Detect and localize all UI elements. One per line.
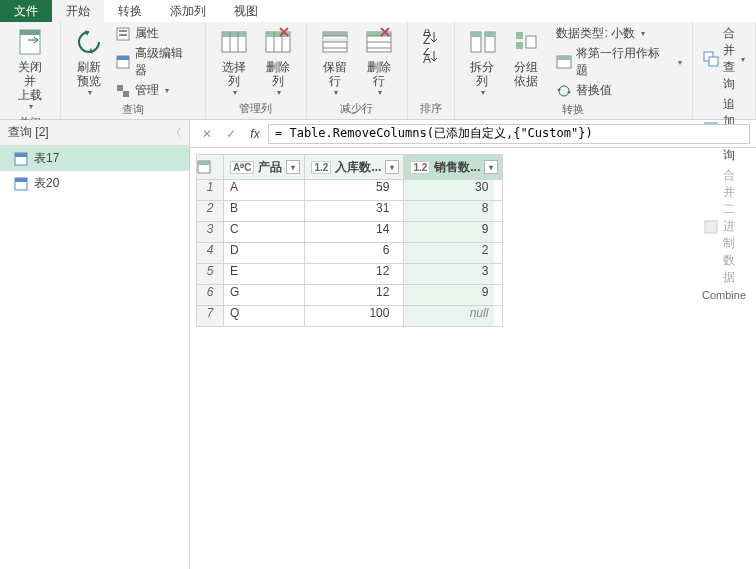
refresh-icon	[73, 26, 105, 58]
row-header[interactable]: 5	[197, 264, 223, 284]
svg-text:A: A	[423, 52, 431, 64]
row-header[interactable]: 7	[197, 306, 223, 326]
table-cell[interactable]: A	[224, 180, 304, 200]
remove-columns-button[interactable]: 删除 列 ▾	[256, 24, 300, 99]
advanced-editor-button[interactable]: 高级编辑器	[111, 44, 199, 80]
tab-addcolumn[interactable]: 添加列	[156, 0, 220, 22]
table-cell[interactable]: 30	[404, 180, 494, 200]
tab-view[interactable]: 视图	[220, 0, 272, 22]
x-icon: ✕	[202, 127, 212, 141]
table-icon	[14, 152, 28, 166]
filter-button[interactable]: ▾	[286, 160, 300, 174]
row-header[interactable]: 6	[197, 285, 223, 305]
close-load-label: 关闭并 上载	[12, 60, 48, 102]
formula-bar: ✕ ✓ fx	[190, 120, 756, 148]
type-icon: 1.2	[311, 161, 331, 174]
tab-file[interactable]: 文件	[0, 0, 52, 22]
table-cell[interactable]: 9	[404, 222, 494, 242]
svg-rect-3	[119, 30, 127, 32]
group-sort: AZ ZA 排序	[408, 22, 455, 119]
table-corner-icon[interactable]	[197, 155, 223, 179]
row-header[interactable]: 1	[197, 180, 223, 200]
row-header[interactable]: 4	[197, 243, 223, 263]
formula-input[interactable]	[268, 124, 750, 144]
table-cell[interactable]: 2	[404, 243, 494, 263]
table-cell[interactable]: 6	[305, 243, 395, 263]
split-column-button[interactable]: 拆分 列 ▾	[461, 24, 505, 99]
split-column-icon	[467, 26, 499, 58]
check-icon: ✓	[226, 127, 236, 141]
group-by-button[interactable]: 分组 依据	[504, 24, 548, 90]
advanced-editor-label: 高级编辑器	[135, 45, 195, 79]
query-item[interactable]: 表20	[0, 171, 189, 196]
table-cell[interactable]: 9	[404, 285, 494, 305]
table-cell[interactable]: Q	[224, 306, 304, 326]
table-cell[interactable]: 12	[305, 264, 395, 284]
table-cell[interactable]: B	[224, 201, 304, 221]
filter-button[interactable]: ▾	[484, 160, 498, 174]
group-combine: 合并查询 ▾ 追加查询 ▾ 合并二进制数据 Combine	[693, 22, 756, 119]
table-cell[interactable]: 31	[305, 201, 395, 221]
choose-columns-label: 选择 列	[222, 60, 246, 88]
column-header[interactable]: 1.2销售数...▾	[404, 155, 502, 179]
row-header[interactable]: 3	[197, 222, 223, 242]
replace-icon	[556, 83, 572, 99]
group-label-sort: 排序	[408, 99, 454, 119]
table-cell[interactable]: null	[404, 306, 494, 326]
svg-rect-10	[222, 32, 246, 37]
query-list: 表17表20	[0, 146, 189, 196]
keep-rows-label: 保留 行	[323, 60, 347, 88]
properties-button[interactable]: 属性	[111, 24, 199, 43]
group-transform: 拆分 列 ▾ 分组 依据 数据类型: 小数 ▾ 将第一行用作标题 ▾	[455, 22, 693, 119]
svg-rect-19	[323, 38, 347, 42]
formula-cancel-button[interactable]: ✕	[196, 123, 218, 145]
use-first-row-header-button[interactable]: 将第一行用作标题 ▾	[552, 44, 686, 80]
replace-values-button[interactable]: 替换值	[552, 81, 686, 100]
refresh-preview-button[interactable]: 刷新 预览 ▾	[67, 24, 111, 99]
svg-rect-47	[15, 153, 27, 157]
table-cell[interactable]: 12	[305, 285, 395, 305]
manage-button[interactable]: 管理 ▾	[111, 81, 199, 100]
tab-home[interactable]: 开始	[52, 0, 104, 22]
sort-desc-button[interactable]: ZA	[418, 47, 444, 65]
table-cell[interactable]: G	[224, 285, 304, 305]
keep-rows-button[interactable]: 保留 行 ▾	[313, 24, 357, 99]
refresh-label: 刷新 预览	[77, 60, 101, 88]
svg-rect-42	[709, 57, 718, 66]
column-header[interactable]: AᴮC产品▾	[224, 155, 304, 179]
table-cell[interactable]: E	[224, 264, 304, 284]
queries-header[interactable]: 查询 [2] 〈	[0, 120, 189, 146]
formula-commit-button[interactable]: ✓	[220, 123, 242, 145]
ribbon: 关闭并 上载 ▾ 关闭 刷新 预览 ▾ 属性 高级编	[0, 22, 756, 120]
choose-columns-button[interactable]: 选择 列 ▾	[212, 24, 256, 99]
query-item[interactable]: 表17	[0, 146, 189, 171]
data-type-button[interactable]: 数据类型: 小数 ▾	[552, 24, 686, 43]
table-cell[interactable]: C	[224, 222, 304, 242]
table-cell[interactable]: 59	[305, 180, 395, 200]
group-close: 关闭并 上载 ▾ 关闭	[0, 22, 61, 119]
formula-fx-label: fx	[244, 123, 266, 145]
sort-asc-button[interactable]: AZ	[418, 28, 444, 46]
row-header[interactable]: 2	[197, 201, 223, 221]
table-cell[interactable]: 8	[404, 201, 494, 221]
data-table-area: AᴮC产品▾1.2入库数...▾1.2销售数...▾ 1A59302B3183C…	[190, 148, 756, 327]
table-cell[interactable]: 100	[305, 306, 395, 326]
filter-button[interactable]: ▾	[385, 160, 399, 174]
table-cell[interactable]: 3	[404, 264, 494, 284]
sort-asc-icon: AZ	[422, 29, 440, 45]
dropdown-arrow-icon: ▾	[481, 88, 485, 97]
close-and-load-button[interactable]: 关闭并 上载 ▾	[6, 24, 54, 113]
merge-icon	[703, 51, 719, 67]
ribbon-tabs: 文件 开始 转换 添加列 视图	[0, 0, 756, 22]
table-cell[interactable]: D	[224, 243, 304, 263]
header-row-icon	[556, 54, 572, 70]
svg-rect-38	[526, 36, 536, 48]
svg-rect-4	[119, 34, 127, 36]
table-cell[interactable]: 14	[305, 222, 395, 242]
remove-rows-button[interactable]: 删除 行 ▾	[357, 24, 401, 99]
column-header[interactable]: 1.2入库数...▾	[305, 155, 403, 179]
dropdown-arrow-icon: ▾	[277, 88, 281, 97]
merge-queries-button[interactable]: 合并查询 ▾	[699, 24, 749, 94]
manage-label: 管理	[135, 82, 159, 99]
tab-transform[interactable]: 转换	[104, 0, 156, 22]
